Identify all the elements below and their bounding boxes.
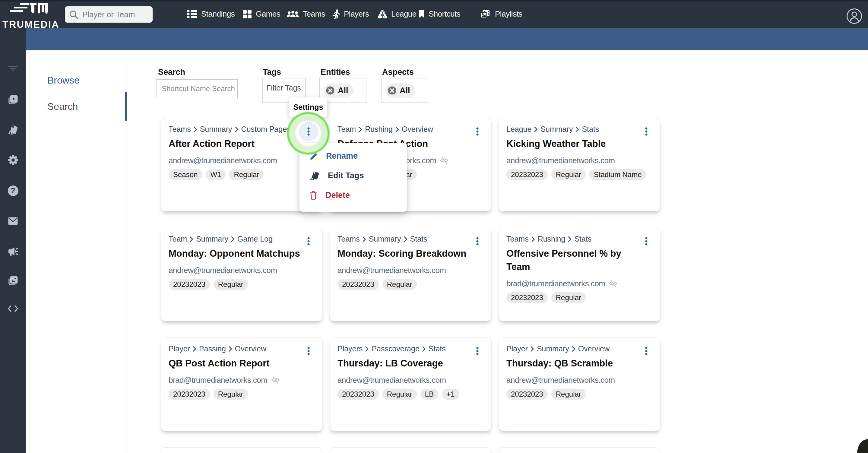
- nav-item-label: Shortcuts: [429, 9, 460, 19]
- menu-item-label: Rename: [326, 151, 358, 161]
- breadcrumb: PlayerPassingOverview: [168, 343, 315, 354]
- shortcut-card[interactable]: TeamsSummaryStats Monday: Scoring Breakd…: [330, 228, 492, 321]
- breadcrumb-chevron-icon: [534, 126, 538, 132]
- card-settings-button[interactable]: [299, 232, 318, 251]
- nav-item-games[interactable]: Games: [243, 0, 280, 28]
- card-tags: 20232023RegularStadium Name: [506, 169, 653, 180]
- menu-item-delete[interactable]: Delete: [300, 185, 407, 205]
- cubes-icon: [378, 10, 387, 19]
- breadcrumb-segment: Team: [338, 125, 356, 133]
- shortcut-card[interactable]: PlayersPasscoverageStats Thursday: LB Co…: [330, 337, 492, 431]
- top-navbar: TRUMEDIA StandingsGamesTeamsPlayersLeagu…: [0, 0, 868, 28]
- trumedia-logo[interactable]: TRUMEDIA: [2, 2, 65, 28]
- card-settings-button[interactable]: [299, 341, 318, 361]
- breadcrumb: LeagueSummaryStats: [506, 124, 653, 134]
- nav-item-label: Teams: [303, 9, 325, 19]
- pencil-icon: [310, 152, 318, 160]
- sidebar-gear-icon[interactable]: [0, 155, 26, 165]
- breadcrumb-segment: Stats: [582, 125, 599, 133]
- nav-item-league[interactable]: League: [378, 0, 416, 28]
- breadcrumb-segment: Custom Pages: [241, 125, 291, 133]
- shortcut-card[interactable]: [330, 447, 492, 453]
- card-tags: 20232023Regular: [338, 279, 484, 290]
- entities-all-chip[interactable]: All: [323, 84, 353, 97]
- nav-item-teams[interactable]: Teams: [287, 0, 325, 28]
- aspects-filter-label: Aspects: [382, 67, 414, 77]
- nav-item-shortcuts[interactable]: Shortcuts: [418, 0, 460, 28]
- panel-divider: [126, 63, 126, 453]
- card-owner-email: andrew@trumedianetworks.com: [338, 265, 446, 275]
- tag-pill: 20232023: [168, 279, 210, 290]
- remove-icon[interactable]: [388, 86, 396, 95]
- card-title: Offensive Personnel % by Team: [506, 247, 647, 274]
- mail-icon: [8, 217, 18, 225]
- breadcrumb-chevron-icon: [190, 236, 193, 242]
- card-owner-row: andrew@trumedianetworks.com: [168, 155, 315, 165]
- breadcrumb-chevron-icon: [422, 346, 426, 352]
- tag-icon: [310, 171, 319, 180]
- shortcut-card[interactable]: TeamsRushingStats Offensive Personnel % …: [499, 228, 660, 321]
- card-tags: SeasonW1Regular: [168, 169, 315, 180]
- shortcut-card[interactable]: TeamsSummaryCustom Pages After Action Re…: [161, 118, 323, 211]
- tag-pill: Regular: [214, 279, 248, 290]
- card-title: Monday: Scoring Breakdown: [338, 247, 478, 260]
- shortcut-card[interactable]: LeagueSummaryStats Kicking Weather Table…: [499, 118, 660, 211]
- menu-item-rename[interactable]: Rename: [300, 146, 407, 166]
- shortcut-card[interactable]: [499, 447, 660, 453]
- kebab-menu-icon: [476, 127, 478, 136]
- card-settings-button[interactable]: [637, 341, 656, 361]
- tag-pill: LB: [421, 389, 438, 400]
- global-search-input[interactable]: [82, 10, 150, 19]
- card-settings-button[interactable]: [468, 341, 487, 361]
- nav-item-players[interactable]: Players: [332, 0, 369, 28]
- sidebar-help-icon[interactable]: ?: [0, 185, 26, 196]
- trash-icon: [310, 191, 317, 200]
- breadcrumb-segment: Rushing: [365, 125, 393, 133]
- kebab-menu-icon: [307, 237, 310, 245]
- sidebar-filter-icon[interactable]: [0, 65, 26, 71]
- sidebar-video-library-icon[interactable]: [0, 95, 26, 104]
- sidebar-item-browse[interactable]: Browse: [48, 75, 80, 86]
- sidebar-megaphone-icon[interactable]: [0, 247, 26, 256]
- card-owner-email: andrew@trumedianetworks.com: [168, 265, 277, 275]
- remove-icon[interactable]: [326, 86, 335, 95]
- grid-icon: [243, 9, 252, 19]
- card-owner-email: andrew@trumedianetworks.com: [168, 155, 277, 165]
- sidebar-code-icon[interactable]: [0, 305, 26, 312]
- card-owner-email: andrew@trumedianetworks.com: [338, 375, 446, 385]
- breadcrumb-segment: Stats: [429, 344, 446, 353]
- runner-icon: [332, 9, 340, 19]
- nav-item-standings[interactable]: Standings: [187, 0, 235, 28]
- card-settings-button[interactable]: [468, 232, 487, 251]
- screen-corner-artifact: [857, 439, 868, 453]
- sidebar-photo-library-icon[interactable]: [0, 276, 26, 285]
- shortcut-card[interactable]: [161, 447, 323, 453]
- shortcut-card[interactable]: PlayerPassingOverview QB Post Action Rep…: [161, 337, 323, 431]
- menu-item-edit-tags[interactable]: Edit Tags: [300, 166, 407, 185]
- card-owner-email: brad@trumedianetworks.com: [506, 278, 605, 289]
- breadcrumb-chevron-icon: [359, 126, 362, 132]
- filter-icon: [8, 65, 18, 71]
- nav-item-label: Games: [256, 9, 280, 19]
- aspects-all-chip[interactable]: All: [385, 84, 415, 97]
- sidebar-tags-icon[interactable]: [0, 125, 26, 135]
- sidebar-item-search[interactable]: Search: [48, 101, 78, 112]
- card-settings-button[interactable]: [299, 122, 318, 141]
- card-owner-row: brad@trumedianetworks.com: [506, 278, 653, 289]
- shortcut-card[interactable]: TeamSummaryGame Log Monday: Opponent Mat…: [161, 228, 323, 321]
- shortcut-name-search-input[interactable]: [157, 79, 238, 98]
- account-menu-button[interactable]: [846, 8, 862, 24]
- nav-item-label: Playlists: [495, 9, 522, 19]
- breadcrumb-segment: Teams: [168, 125, 191, 133]
- card-settings-button[interactable]: [468, 122, 487, 141]
- global-search: [64, 6, 153, 23]
- photo-library-icon: [8, 276, 18, 285]
- card-settings-button[interactable]: [637, 122, 656, 141]
- sidebar-mail-icon[interactable]: [0, 217, 26, 225]
- breadcrumb-chevron-icon: [228, 346, 232, 352]
- breadcrumb-chevron-icon: [363, 236, 366, 242]
- nav-item-playlists[interactable]: Playlists: [480, 0, 522, 28]
- card-owner-email: brad@trumedianetworks.com: [168, 375, 267, 385]
- card-settings-button[interactable]: [637, 232, 656, 251]
- shortcut-card[interactable]: PlayerSummaryOverview Thursday: QB Scram…: [499, 337, 660, 431]
